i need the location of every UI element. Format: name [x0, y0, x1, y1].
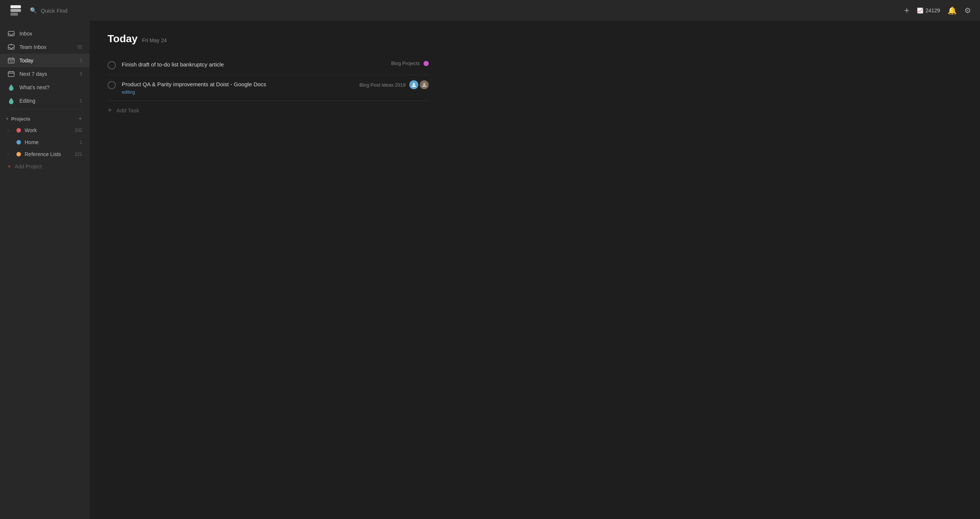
sidebar-divider [6, 109, 84, 110]
work-dot [16, 128, 21, 133]
task-checkbox-2[interactable] [108, 81, 116, 89]
work-expand-icon[interactable]: › [8, 128, 13, 133]
sidebar-item-editing[interactable]: Editing 1 [0, 94, 90, 108]
add-task-button[interactable]: + Add Task [108, 101, 429, 120]
home-count: 1 [80, 140, 82, 145]
table-row: Product QA & Parity improvements at Dois… [108, 75, 429, 101]
task-project-label-2: Blog Post Ideas 2019 [359, 82, 406, 88]
home-label: Home [25, 139, 76, 145]
editing-count: 1 [80, 98, 82, 103]
sidebar-item-inbox[interactable]: Inbox [0, 27, 90, 40]
home-dot [16, 140, 21, 144]
add-project-label: Add Project [14, 163, 41, 170]
inbox-label: Inbox [19, 31, 82, 37]
sidebar-item-today[interactable]: 24 Today 2 [0, 54, 90, 67]
editing-label: Editing [19, 98, 75, 104]
work-count: 202 [75, 128, 82, 133]
svg-rect-0 [10, 5, 21, 8]
task-body-1: Finish draft of to-do list bankruptcy ar… [122, 60, 385, 68]
svg-rect-2 [10, 13, 18, 16]
task-title-2: Product QA & Parity improvements at Dois… [122, 80, 353, 88]
notification-bell-icon[interactable]: 🔔 [948, 6, 957, 15]
team-inbox-label: Team Inbox [19, 44, 73, 50]
sidebar-item-whatsnext[interactable]: What's next? [0, 81, 90, 94]
page-header: Today Fri May 24 [108, 33, 962, 45]
next7-label: Next 7 days [19, 71, 75, 77]
svg-point-16 [423, 83, 425, 85]
search-icon: 🔍 [30, 7, 37, 14]
inbox-icon [8, 30, 15, 37]
table-row: Finish draft of to-do list bankruptcy ar… [108, 55, 429, 75]
reference-dot [16, 152, 21, 156]
svg-text:24: 24 [10, 60, 13, 63]
avatar-person [409, 80, 418, 89]
sidebar-item-reference-lists[interactable]: › Reference Lists 221 [0, 148, 90, 160]
task-checkbox-1[interactable] [108, 61, 116, 70]
settings-icon[interactable]: ⚙ [964, 6, 971, 15]
karma-icon: 📈 [917, 8, 923, 13]
topbar-right: + 📈 24129 🔔 ⚙ [904, 5, 971, 16]
projects-section-title: Projects [11, 116, 75, 122]
team-inbox-count: 32 [77, 44, 82, 50]
avatar-photo [420, 80, 429, 89]
sidebar-item-next7[interactable]: Next 7 days 3 [0, 67, 90, 81]
svg-point-15 [413, 83, 415, 85]
today-icon: 24 [8, 57, 15, 64]
karma-value: 24129 [926, 8, 940, 13]
whatsnext-label: What's next? [19, 84, 82, 90]
sidebar: Inbox Team Inbox 32 24 [0, 21, 90, 519]
task-project-label-1: Blog Projects [391, 60, 420, 66]
svg-rect-11 [8, 72, 14, 76]
app-logo[interactable] [9, 4, 22, 17]
team-inbox-icon [8, 43, 15, 51]
work-label: Work [25, 127, 71, 133]
add-button[interactable]: + [904, 5, 909, 16]
add-task-label: Add Task [116, 107, 139, 114]
page-date: Fri May 24 [142, 37, 167, 43]
whatsnext-drop-icon [8, 84, 15, 91]
svg-rect-1 [10, 9, 21, 12]
main-layout: Inbox Team Inbox 32 24 [0, 21, 980, 519]
next7-count: 3 [80, 71, 82, 76]
editing-drop-icon [8, 97, 15, 105]
today-count: 2 [80, 58, 82, 63]
reference-label: Reference Lists [25, 151, 71, 157]
add-project-button[interactable]: + Add Project [0, 160, 90, 173]
task-tag-2: editing [122, 90, 135, 95]
search-placeholder: Quick Find [41, 8, 68, 14]
add-task-plus-icon: + [108, 106, 112, 114]
projects-section-header[interactable]: ▾ Projects + [0, 111, 90, 124]
karma-score[interactable]: 📈 24129 [917, 8, 940, 13]
next7-icon [8, 70, 15, 78]
reference-count: 221 [75, 152, 82, 157]
reference-expand-icon[interactable]: › [8, 152, 13, 156]
task-meta-2: Blog Post Ideas 2019 [359, 80, 429, 89]
task-list: Finish draft of to-do list bankruptcy ar… [108, 55, 429, 120]
task-project-dot-1 [423, 61, 429, 66]
sidebar-item-work[interactable]: › Work 202 [0, 124, 90, 136]
svg-point-5 [11, 44, 12, 45]
content-area: Today Fri May 24 Finish draft of to-do l… [90, 21, 980, 519]
add-project-plus-icon: + [8, 163, 11, 170]
page-title: Today [108, 33, 137, 45]
task-body-2: Product QA & Parity improvements at Dois… [122, 80, 353, 95]
today-label: Today [19, 57, 75, 63]
task-title-1: Finish draft of to-do list bankruptcy ar… [122, 60, 385, 68]
sidebar-item-home[interactable]: › Home 1 [0, 136, 90, 148]
add-project-icon[interactable]: + [78, 115, 82, 122]
task-avatars-2 [409, 80, 429, 89]
search-bar[interactable]: 🔍 Quick Find [30, 7, 904, 14]
task-meta-1: Blog Projects [391, 60, 429, 66]
sidebar-item-team-inbox[interactable]: Team Inbox 32 [0, 40, 90, 54]
projects-chevron-icon: ▾ [6, 116, 8, 121]
topbar: 🔍 Quick Find + 📈 24129 🔔 ⚙ [0, 0, 980, 21]
